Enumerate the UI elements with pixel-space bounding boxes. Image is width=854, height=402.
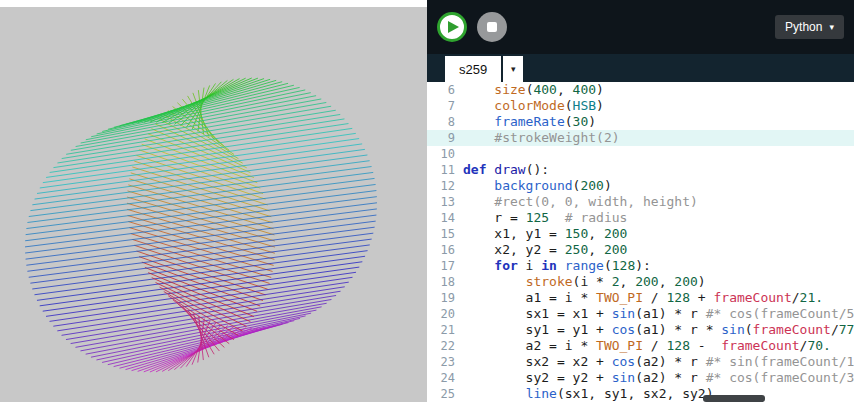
code-text: r = 125 # radius [463, 210, 854, 226]
chevron-down-icon: ▾ [829, 23, 834, 32]
horizontal-scrollbar-thumb[interactable] [703, 395, 765, 402]
code-text: x1, y1 = 150, 200 [463, 226, 854, 242]
language-dropdown[interactable]: Python ▾ [775, 15, 844, 39]
code-line-13[interactable]: 13 #rect(0, 0, width, height) [427, 194, 854, 210]
play-button[interactable] [437, 12, 467, 42]
code-text: sx1 = x1 + sin(a1) * r #* cos(frameCount… [463, 306, 854, 322]
line-number: 14 [427, 210, 463, 226]
code-text: sy1 = y1 + cos(a1) * r * sin(frameCount/… [463, 322, 854, 338]
code-line-22[interactable]: 22 a2 = i * TWO_PI / 128 - frameCount/70… [427, 338, 854, 354]
code-line-19[interactable]: 19 a1 = i * TWO_PI / 128 + frameCount/21… [427, 290, 854, 306]
code-line-11[interactable]: 11def draw(): [427, 162, 854, 178]
sketch-canvas[interactable] [0, 7, 427, 402]
line-number: 7 [427, 98, 463, 114]
chevron-down-icon: ▾ [511, 64, 516, 74]
line-number: 9 [427, 130, 463, 146]
code-text: a2 = i * TWO_PI / 128 - frameCount/70. [463, 338, 854, 354]
stop-button[interactable] [477, 12, 507, 42]
code-text: size(400, 400) [463, 82, 854, 98]
code-text: frameRate(30) [463, 114, 854, 130]
tab-s259[interactable]: s259 [445, 56, 501, 82]
line-number: 23 [427, 354, 463, 370]
code-lines: 6 size(400, 400)7 colorMode(HSB)8 frameR… [427, 82, 854, 402]
line-number: 12 [427, 178, 463, 194]
tab-bar: s259 ▾ [427, 54, 854, 82]
line-number: 22 [427, 338, 463, 354]
line-number: 13 [427, 194, 463, 210]
play-icon [448, 21, 459, 33]
code-line-25[interactable]: 25 line(sx1, sy1, sx2, sy2) [427, 386, 854, 402]
toolbar: Python ▾ [427, 0, 854, 54]
tab-dropdown-button[interactable]: ▾ [503, 56, 523, 82]
code-line-21[interactable]: 21 sy1 = y1 + cos(a1) * r * sin(frameCou… [427, 322, 854, 338]
language-label: Python [785, 20, 822, 34]
code-line-14[interactable]: 14 r = 125 # radius [427, 210, 854, 226]
code-text: def draw(): [463, 162, 854, 178]
line-number: 25 [427, 386, 463, 402]
code-text: stroke(i * 2, 200, 200) [463, 274, 854, 290]
tab-label: s259 [459, 62, 487, 77]
line-number: 8 [427, 114, 463, 130]
code-line-12[interactable]: 12 background(200) [427, 178, 854, 194]
code-text: sx2 = x2 + cos(a2) * r #* sin(frameCount… [463, 354, 854, 370]
code-line-7[interactable]: 7 colorMode(HSB) [427, 98, 854, 114]
code-text: #strokeWeight(2) [463, 130, 854, 146]
code-line-18[interactable]: 18 stroke(i * 2, 200, 200) [427, 274, 854, 290]
code-text: a1 = i * TWO_PI / 128 + frameCount/21. [463, 290, 854, 306]
code-line-24[interactable]: 24 sy2 = y2 + sin(a2) * r #* cos(frameCo… [427, 370, 854, 386]
code-line-23[interactable]: 23 sx2 = x2 + cos(a2) * r #* sin(frameCo… [427, 354, 854, 370]
line-number: 20 [427, 306, 463, 322]
line-number: 17 [427, 258, 463, 274]
code-text: for i in range(128): [463, 258, 854, 274]
line-number: 16 [427, 242, 463, 258]
code-line-16[interactable]: 16 x2, y2 = 250, 200 [427, 242, 854, 258]
code-line-8[interactable]: 8 frameRate(30) [427, 114, 854, 130]
line-number: 21 [427, 322, 463, 338]
code-text: sy2 = y2 + sin(a2) * r #* cos(frameCount… [463, 370, 854, 386]
editor-pane: Python ▾ s259 ▾ 6 size(400, 400)7 colorM… [427, 0, 854, 402]
code-editor[interactable]: 6 size(400, 400)7 colorMode(HSB)8 frameR… [427, 82, 854, 402]
code-text [463, 146, 854, 162]
code-text: x2, y2 = 250, 200 [463, 242, 854, 258]
line-number: 15 [427, 226, 463, 242]
code-line-9[interactable]: 9 #strokeWeight(2) [427, 130, 854, 146]
code-line-15[interactable]: 15 x1, y1 = 150, 200 [427, 226, 854, 242]
code-text: colorMode(HSB) [463, 98, 854, 114]
line-number: 18 [427, 274, 463, 290]
code-line-17[interactable]: 17 for i in range(128): [427, 258, 854, 274]
code-line-6[interactable]: 6 size(400, 400) [427, 82, 854, 98]
sketch-pane [0, 0, 427, 402]
line-number: 10 [427, 146, 463, 162]
code-text: #rect(0, 0, width, height) [463, 194, 854, 210]
stop-icon [487, 22, 497, 32]
line-number: 6 [427, 82, 463, 98]
code-line-20[interactable]: 20 sx1 = x1 + sin(a1) * r #* cos(frameCo… [427, 306, 854, 322]
code-text: line(sx1, sy1, sx2, sy2) [463, 386, 854, 402]
code-line-10[interactable]: 10 [427, 146, 854, 162]
line-number: 24 [427, 370, 463, 386]
code-text: background(200) [463, 178, 854, 194]
line-number: 11 [427, 162, 463, 178]
line-number: 19 [427, 290, 463, 306]
